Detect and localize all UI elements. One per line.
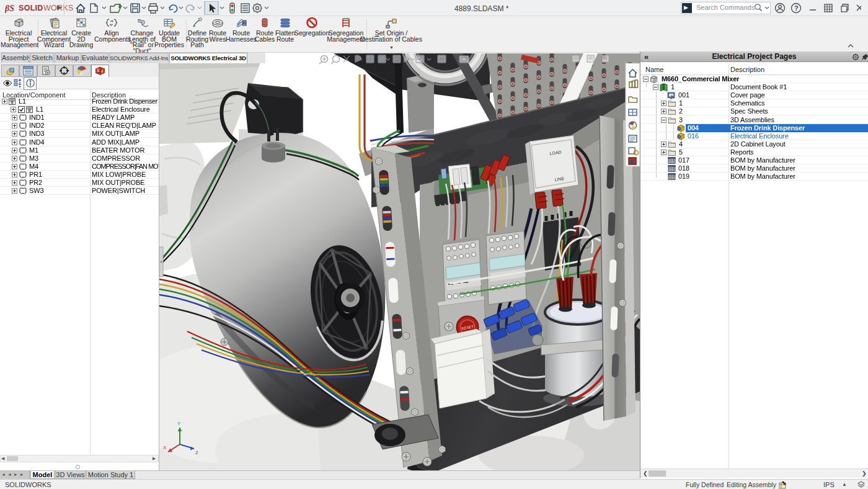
svg-text:Z: Z <box>195 450 198 455</box>
svg-text:S: S <box>97 68 100 73</box>
svg-text:X: X <box>163 445 167 451</box>
svg-text:S: S <box>630 159 634 164</box>
svg-text:SOLID: SOLID <box>19 4 43 12</box>
svg-text:Y: Y <box>177 421 181 426</box>
svg-text:?: ? <box>794 4 799 12</box>
svg-text:βS: βS <box>5 4 14 13</box>
